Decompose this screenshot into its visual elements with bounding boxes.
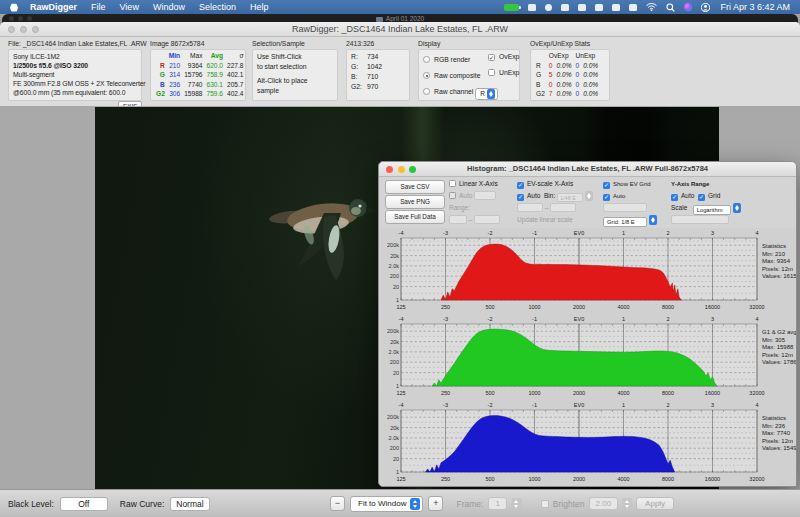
raw-channel-dropdown[interactable]: R (475, 88, 498, 100)
svg-text:32000: 32000 (749, 304, 764, 310)
apply-button: Apply (636, 497, 674, 510)
ev-scale-group: ✓EV-scale X-Axis ✓Auto Bin: 1/48 E – Upd… (517, 178, 597, 226)
svg-text:-3: -3 (443, 230, 448, 236)
svg-text:-2: -2 (488, 316, 493, 322)
bin-field[interactable]: 1/48 E (557, 193, 583, 202)
wifi-icon[interactable] (646, 3, 657, 11)
svg-text:200: 200 (390, 273, 399, 279)
svg-text:2: 2 (666, 316, 669, 322)
menu-help[interactable]: Help (250, 2, 269, 12)
raw-channel-radio[interactable]: Raw channel R (423, 84, 515, 100)
ev-grid-auto-checkbox[interactable]: ✓Auto (603, 190, 661, 202)
checkbox-icon (488, 69, 495, 76)
svg-text:4: 4 (755, 402, 758, 408)
svg-text:EV0: EV0 (574, 402, 584, 408)
siri-icon[interactable] (684, 3, 692, 11)
ev-max-field (550, 203, 576, 212)
svg-text:-1: -1 (532, 402, 537, 408)
apple-menu-icon[interactable] (10, 3, 18, 12)
svg-text:Min: 210: Min: 210 (762, 251, 786, 257)
checkbox-checked-icon[interactable]: ✓ (517, 194, 524, 201)
grid-step-dropdown[interactable]: Grid: 1/8 E (603, 214, 661, 226)
svg-text:1000: 1000 (528, 390, 540, 396)
raw-curve-field[interactable]: Normal (170, 497, 209, 511)
minimize-button[interactable] (398, 166, 405, 173)
ink-icon[interactable] (545, 4, 552, 11)
menu-window[interactable]: Window (153, 2, 185, 12)
radio-icon (423, 88, 430, 95)
battery-icon[interactable] (504, 4, 519, 11)
black-level-label: Black Level: (8, 499, 54, 509)
svg-text:125: 125 (396, 476, 405, 482)
svg-text:3: 3 (711, 230, 714, 236)
linear-auto-checkbox: Auto (449, 190, 511, 202)
close-button[interactable] (8, 26, 15, 33)
zoom-button[interactable] (409, 166, 416, 173)
y-scale-row: Scale Logarithm (671, 202, 751, 214)
svg-text:4000: 4000 (617, 390, 629, 396)
menu-selection[interactable]: Selection (199, 2, 236, 12)
svg-text:3: 3 (711, 316, 714, 322)
histogram-window-controls[interactable] (386, 166, 416, 173)
checkbox-checked-icon[interactable]: ✓ (671, 194, 678, 201)
svg-text:500: 500 (485, 390, 494, 396)
battery-status-icon[interactable] (629, 4, 637, 11)
svg-text:8000: 8000 (662, 390, 674, 396)
brighten-value-field: 2.00 (589, 497, 619, 510)
list-item: B:710 (351, 72, 405, 82)
zoom-out-button[interactable]: − (330, 496, 345, 511)
close-button[interactable] (386, 166, 393, 173)
y-axis-checkboxes: ✓Auto ✓Grid (671, 190, 751, 202)
stepper-icon (585, 191, 593, 201)
color-profile-icon[interactable] (528, 4, 536, 11)
black-level-field[interactable]: Off (60, 497, 108, 511)
show-ev-grid-checkbox[interactable]: ✓Show EV Grid (603, 178, 661, 190)
svg-text:20k: 20k (390, 339, 399, 345)
svg-text:4000: 4000 (617, 476, 629, 482)
svg-text:500: 500 (485, 476, 494, 482)
image-caption: Image 8672x5784 (150, 40, 204, 47)
menu-file[interactable]: File (91, 2, 106, 12)
menu-clock[interactable]: Fri Apr 3 6:42 AM (720, 2, 790, 12)
svg-text:500: 500 (485, 304, 494, 310)
menu-view[interactable]: View (120, 2, 139, 12)
linear-xaxis-checkbox[interactable]: Linear X-Axis (449, 178, 511, 190)
svg-text:1: 1 (622, 402, 625, 408)
ev-scale-checkbox[interactable]: ✓EV-scale X-Axis (517, 178, 597, 190)
unexp-checkbox[interactable]: UnExp (488, 65, 519, 81)
ovexp-checkbox[interactable]: ✓OvExp (488, 49, 519, 65)
svg-text:1: 1 (396, 383, 399, 389)
window-manager-icon[interactable] (612, 4, 620, 11)
minimize-button[interactable] (20, 26, 27, 33)
metering-mode: Multi-segment (13, 70, 137, 79)
window-controls[interactable] (8, 26, 39, 33)
table-row: B2367740630.1205.7 (154, 80, 246, 90)
save-csv-button[interactable]: Save CSV (385, 180, 445, 194)
keyboard-icon[interactable] (561, 4, 569, 11)
brighten-label: Brighten (553, 499, 585, 509)
zoom-mode-dropdown[interactable]: Fit to Window (350, 496, 423, 512)
spotlight-search-icon[interactable] (666, 3, 675, 12)
zoom-button[interactable] (32, 26, 39, 33)
display-icon[interactable] (578, 4, 586, 11)
svg-text:Min: 305: Min: 305 (762, 337, 786, 343)
svg-text:Min: 236: Min: 236 (762, 423, 786, 429)
save-png-button[interactable]: Save PNG (385, 195, 445, 209)
save-full-data-button[interactable]: Save Full Data (385, 210, 445, 224)
checkbox-disabled-icon (449, 192, 456, 199)
raw-curve-label: Raw Curve: (120, 499, 164, 509)
focal-info: @600.0 mm (35 mm equivalent: 600.0 (13, 88, 137, 97)
svg-text:-3: -3 (443, 316, 448, 322)
lens-info: FE 300mm F2.8 GM OSS + 2X Teleconverter (13, 79, 137, 88)
time-machine-icon[interactable] (595, 4, 603, 11)
histogram-charts: 200k20k2.0k200201-4125-3250-2500-11000EV… (381, 228, 796, 486)
brighten-checkbox[interactable] (541, 500, 549, 508)
svg-text:2: 2 (666, 230, 669, 236)
checkbox-checked-icon[interactable]: ✓ (698, 194, 705, 201)
zoom-in-button[interactable]: + (428, 496, 443, 511)
user-account-icon[interactable] (701, 3, 710, 12)
histogram-titlebar[interactable]: Histogram: _DSC1464 Indian Lake Estates,… (379, 162, 796, 177)
svg-text:2000: 2000 (573, 476, 585, 482)
main-titlebar[interactable]: RawDigger: _DSC1464 Indian Lake Estates,… (0, 22, 800, 37)
menu-app[interactable]: RawDigger (30, 2, 77, 12)
